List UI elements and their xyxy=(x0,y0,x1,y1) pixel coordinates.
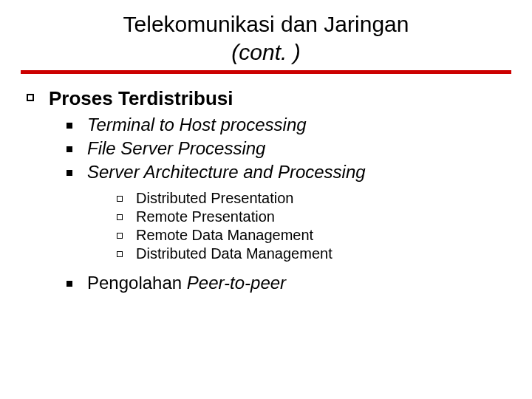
outline-level2: Terminal to Host processing xyxy=(66,115,511,135)
filled-square-bullet-icon xyxy=(66,281,72,287)
level2-text: Server Architecture and Processing xyxy=(87,162,511,183)
title-line1: Telekomunikasi dan Jaringan xyxy=(123,12,409,36)
hollow-square-bullet-icon xyxy=(117,233,123,239)
hollow-square-bullet-icon xyxy=(27,94,34,101)
level2-text: File Server Processing xyxy=(87,138,511,159)
outline-level2: File Server Processing xyxy=(66,138,511,159)
hollow-square-bullet-icon xyxy=(117,251,123,257)
level2-text: Terminal to Host processing xyxy=(87,115,511,135)
level3-text: Distributed Presentation xyxy=(136,190,511,207)
level3-text: Distributed Data Management xyxy=(136,245,511,262)
filled-square-bullet-icon xyxy=(66,170,72,176)
hollow-square-bullet-icon xyxy=(117,214,123,220)
outline-level3: Distributed Presentation xyxy=(117,190,511,207)
outline-level1: Proses Terdistribusi xyxy=(27,87,511,110)
outline-level3: Remote Presentation xyxy=(117,208,511,225)
level2-text-pre: Pengolahan xyxy=(87,273,187,293)
filled-square-bullet-icon xyxy=(66,123,72,129)
slide: Telekomunikasi dan Jaringan (cont. ) Pro… xyxy=(0,0,532,399)
level3-text: Remote Data Management xyxy=(136,227,511,244)
outline-level3: Remote Data Management xyxy=(117,227,511,244)
outline-level2: Server Architecture and Processing xyxy=(66,162,511,183)
level2-text: Pengolahan Peer-to-peer xyxy=(87,273,511,293)
outline-level2: Pengolahan Peer-to-peer xyxy=(66,273,511,293)
level1-text: Proses Terdistribusi xyxy=(49,87,511,110)
slide-title: Telekomunikasi dan Jaringan (cont. ) xyxy=(21,10,511,66)
outline-level3: Distributed Data Management xyxy=(117,245,511,262)
title-line2: (cont. ) xyxy=(231,40,300,64)
level2-text-em: Peer-to-peer xyxy=(187,273,286,293)
hollow-square-bullet-icon xyxy=(117,196,123,202)
horizontal-rule xyxy=(21,70,511,74)
outline-level3-group: Distributed Presentation Remote Presenta… xyxy=(21,190,511,262)
filled-square-bullet-icon xyxy=(66,146,72,152)
level3-text: Remote Presentation xyxy=(136,208,511,225)
